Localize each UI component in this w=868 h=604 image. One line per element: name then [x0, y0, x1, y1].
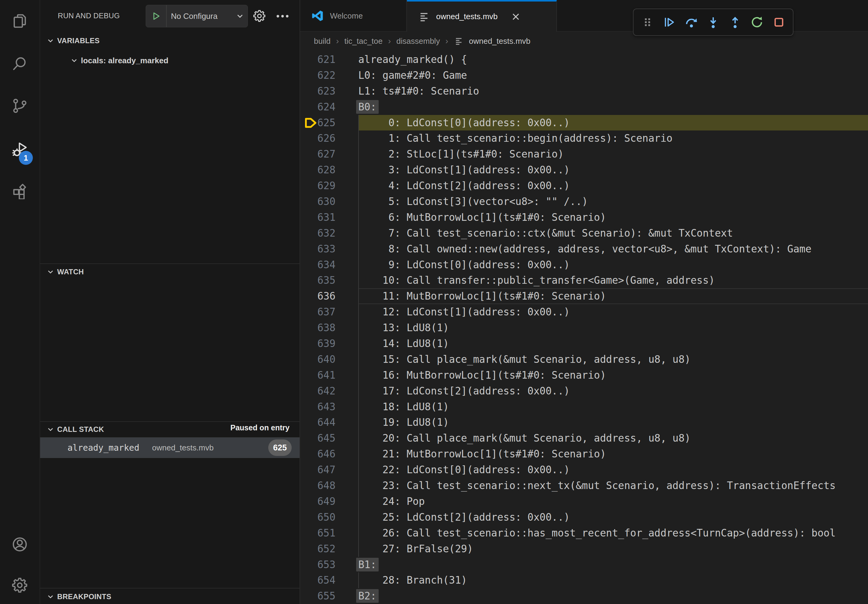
line-number[interactable]: 628: [300, 162, 335, 178]
call-stack-section-header[interactable]: CALL STACK: [46, 425, 104, 434]
configuration-dropdown[interactable]: No Configura: [167, 12, 236, 21]
line-number[interactable]: 651: [300, 525, 335, 541]
line-number[interactable]: 632: [300, 225, 335, 241]
code-line[interactable]: 643 18: LdU8(1): [300, 399, 868, 415]
line-number[interactable]: 642: [300, 383, 335, 399]
step-over-button[interactable]: [684, 14, 699, 30]
code-line[interactable]: 649 24: Pop: [300, 494, 868, 510]
line-number[interactable]: 645: [300, 431, 335, 446]
code-line[interactable]: 648 23: Call test_scenario::next_tx(&mut…: [300, 478, 868, 494]
line-number[interactable]: 644: [300, 415, 335, 431]
line-number[interactable]: 630: [300, 194, 335, 209]
line-number[interactable]: 638: [300, 320, 335, 336]
line-number[interactable]: 636: [300, 288, 335, 304]
code-line[interactable]: 628 3: LdConst[1](address: 0x00..): [300, 162, 868, 178]
line-number[interactable]: 624: [300, 99, 335, 115]
code-line[interactable]: 635 10: Call transfer::public_transfer<G…: [300, 273, 868, 288]
code-line[interactable]: 621already_marked() {: [300, 52, 868, 68]
line-number[interactable]: 622: [300, 68, 335, 83]
line-number[interactable]: 641: [300, 367, 335, 383]
restart-button[interactable]: [749, 14, 765, 30]
tab-owned-tests[interactable]: owned_tests.mvb: [407, 0, 557, 32]
code-line[interactable]: 622L0: game#2#0: Game: [300, 68, 868, 83]
variables-scope-row[interactable]: locals: already_marked: [40, 52, 299, 69]
code-line[interactable]: 654 28: Branch(31): [300, 572, 868, 588]
line-number[interactable]: 631: [300, 209, 335, 225]
code-line[interactable]: 640 15: Call place_mark(&mut Scenario, a…: [300, 352, 868, 367]
line-number[interactable]: 633: [300, 241, 335, 257]
code-line[interactable]: 630 5: LdConst[3](vector<u8>: "" /..): [300, 194, 868, 209]
code-line[interactable]: 633 8: Call owned::new(address, address,…: [300, 241, 868, 257]
step-out-button[interactable]: [727, 14, 743, 30]
code-line[interactable]: 647 22: LdConst[0](address: 0x00..): [300, 462, 868, 478]
code-line[interactable]: 639 14: LdU8(1): [300, 336, 868, 352]
code-line[interactable]: 626 1: Call test_scenario::begin(address…: [300, 130, 868, 146]
code-line[interactable]: 642 17: LdConst[2](address: 0x00..): [300, 383, 868, 399]
code-line[interactable]: 651 26: Call test_scenario::has_most_rec…: [300, 525, 868, 541]
close-icon[interactable]: [510, 11, 522, 23]
code-line[interactable]: 644 19: LdU8(1): [300, 415, 868, 431]
debug-settings-gear-icon[interactable]: [253, 9, 267, 23]
code-line[interactable]: 653B1:: [300, 557, 868, 573]
breadcrumb-item[interactable]: owned_tests.mvb: [469, 37, 530, 46]
code-line[interactable]: 632 7: Call test_scenario::ctx(&mut Scen…: [300, 225, 868, 241]
line-number[interactable]: 621: [300, 52, 335, 68]
code-editor[interactable]: 621already_marked() {622L0: game#2#0: Ga…: [300, 51, 868, 604]
breakpoints-section-header[interactable]: BREAKPOINTS: [46, 592, 111, 601]
line-number[interactable]: 640: [300, 352, 335, 367]
code-line[interactable]: 641 16: MutBorrowLoc[1](ts#1#0: Scenario…: [300, 367, 868, 383]
code-line[interactable]: 625 0: LdConst[0](address: 0x00..): [300, 115, 868, 131]
code-line[interactable]: 645 20: Call place_mark(&mut Scenario, a…: [300, 431, 868, 446]
settings-gear-icon[interactable]: [11, 577, 29, 594]
extensions-icon[interactable]: [11, 181, 29, 199]
code-line[interactable]: 646 21: MutBorrowLoc[1](ts#1#0: Scenario…: [300, 446, 868, 462]
tab-welcome[interactable]: Welcome: [300, 0, 407, 32]
line-number[interactable]: 647: [300, 462, 335, 478]
breadcrumb-item[interactable]: tic_tac_toe: [344, 37, 383, 46]
source-control-icon[interactable]: [11, 97, 29, 115]
line-number[interactable]: 639: [300, 336, 335, 352]
account-icon[interactable]: [11, 536, 29, 553]
line-number[interactable]: 627: [300, 146, 335, 162]
line-number[interactable]: 643: [300, 399, 335, 415]
stop-button[interactable]: [771, 14, 787, 30]
line-number[interactable]: 652: [300, 541, 335, 557]
code-line[interactable]: 634 9: LdConst[0](address: 0x00..): [300, 257, 868, 273]
step-into-button[interactable]: [705, 14, 721, 30]
variables-section-header[interactable]: VARIABLES: [46, 37, 100, 45]
more-actions-icon[interactable]: [276, 11, 290, 21]
code-line[interactable]: 652 27: BrFalse(29): [300, 541, 868, 557]
continue-button[interactable]: [662, 14, 677, 30]
code-line[interactable]: 624B0:: [300, 99, 868, 115]
line-number[interactable]: 646: [300, 446, 335, 462]
breadcrumb-item[interactable]: build: [314, 37, 330, 46]
search-icon[interactable]: [11, 55, 29, 73]
line-number[interactable]: 653: [300, 557, 335, 573]
line-number[interactable]: 629: [300, 178, 335, 194]
start-debug-button[interactable]: [146, 5, 167, 27]
code-line[interactable]: 655B2:: [300, 588, 868, 604]
line-number[interactable]: 648: [300, 478, 335, 494]
line-number[interactable]: 634: [300, 257, 335, 273]
code-line[interactable]: 638 13: LdU8(1): [300, 320, 868, 336]
code-line[interactable]: 623L1: ts#1#0: Scenario: [300, 83, 868, 99]
stack-frame-row[interactable]: already_marked owned_tests.mvb 625: [40, 437, 299, 458]
code-line[interactable]: 636 11: MutBorrowLoc[1](ts#1#0: Scenario…: [300, 288, 868, 304]
line-number[interactable]: 649: [300, 494, 335, 510]
code-line[interactable]: 629 4: LdConst[2](address: 0x00..): [300, 178, 868, 194]
explorer-icon[interactable]: [11, 12, 29, 30]
line-number[interactable]: 626: [300, 130, 335, 146]
toolbar-drag-gripper[interactable]: [640, 14, 656, 30]
line-number[interactable]: 655: [300, 588, 335, 604]
line-number[interactable]: 623: [300, 83, 335, 99]
line-number[interactable]: 635: [300, 273, 335, 288]
line-number[interactable]: 654: [300, 572, 335, 588]
code-line[interactable]: 637 12: LdConst[1](address: 0x00..): [300, 304, 868, 320]
code-line[interactable]: 650 25: LdConst[2](address: 0x00..): [300, 510, 868, 525]
line-number[interactable]: 637: [300, 304, 335, 320]
line-number[interactable]: 650: [300, 510, 335, 525]
code-line[interactable]: 631 6: MutBorrowLoc[1](ts#1#0: Scenario): [300, 209, 868, 225]
breadcrumb-item[interactable]: disassembly: [396, 37, 440, 46]
watch-section-header[interactable]: WATCH: [46, 268, 84, 276]
code-line[interactable]: 627 2: StLoc[1](ts#1#0: Scenario): [300, 146, 868, 162]
